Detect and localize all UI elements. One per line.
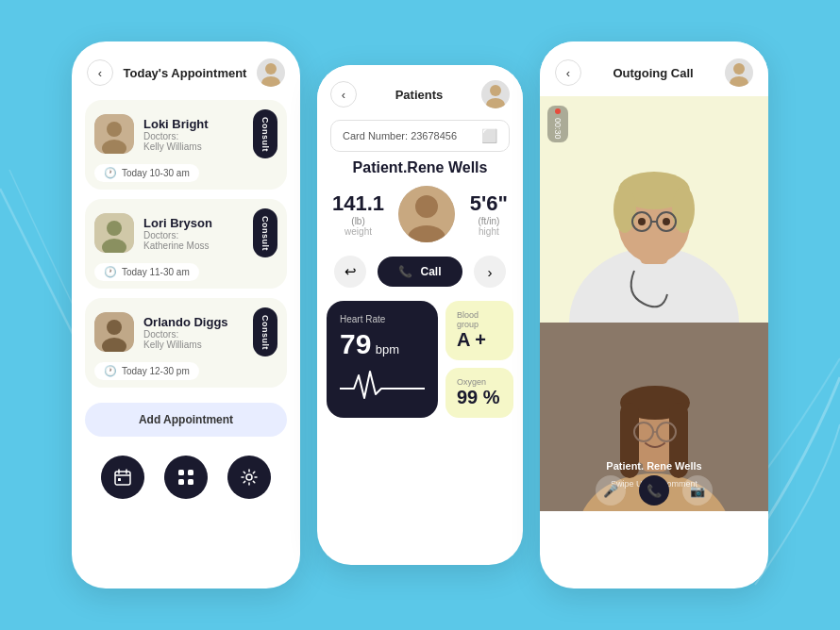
side-health-cards: Blood group A + Oxygen 99 % bbox=[445, 301, 513, 418]
patient-stats-row: 141.1 (lb) weight 5'6" (ft/in) hight bbox=[317, 186, 523, 242]
card-number-text: Card Number: 23678456 bbox=[343, 130, 457, 141]
height-stat: 5'6" (ft/in) hight bbox=[470, 191, 508, 237]
nav-grid-button[interactable] bbox=[164, 456, 208, 499]
heart-wave-svg bbox=[340, 368, 425, 406]
patient-doctor-label-2: Doctors: bbox=[143, 230, 244, 240]
card-icon: ⬜ bbox=[481, 128, 497, 143]
patient-doctor-3: Kelly Williams bbox=[143, 340, 244, 350]
center-phone-title: Patients bbox=[395, 88, 444, 102]
clock-icon-3: 🕐 bbox=[104, 365, 117, 377]
svg-point-6 bbox=[107, 221, 122, 236]
svg-rect-15 bbox=[178, 479, 184, 485]
call-timer: 00:30 bbox=[547, 106, 568, 142]
weight-unit: (lb) bbox=[332, 216, 384, 226]
bottom-navigation bbox=[72, 444, 300, 514]
clock-icon-2: 🕐 bbox=[104, 266, 117, 278]
appointment-time-3: 🕐 Today 12-30 pm bbox=[94, 362, 199, 380]
svg-rect-14 bbox=[188, 470, 193, 475]
appointment-cards: Loki Bright Doctors: Kelly Williams Cons… bbox=[72, 96, 300, 395]
heart-rate-value-display: 79 bpm bbox=[340, 328, 425, 360]
height-value: 5'6" bbox=[470, 191, 508, 216]
mute-button[interactable]: 🎤 bbox=[596, 475, 626, 506]
patient-doctor-label-3: Doctors: bbox=[143, 329, 244, 340]
weight-stat: 141.1 (lb) weight bbox=[332, 191, 384, 237]
patient-avatar-2 bbox=[94, 213, 134, 253]
patient-video-area: Patient. Rene Wells Swipe Up To Comment … bbox=[540, 323, 768, 511]
back-button-center[interactable]: ‹ bbox=[330, 81, 357, 108]
phones-container: ‹ Today's Appointment bbox=[72, 41, 768, 589]
left-phone: ‹ Today's Appointment bbox=[72, 41, 300, 589]
svg-rect-11 bbox=[115, 472, 130, 485]
patient-avatar-3 bbox=[94, 312, 134, 352]
nav-calendar-button[interactable] bbox=[101, 456, 144, 499]
oxygen-value: 99 % bbox=[457, 387, 502, 408]
patient-name-3: Orlando Diggs bbox=[143, 315, 244, 329]
svg-point-19 bbox=[486, 98, 505, 108]
blood-group-card: Blood group A + bbox=[445, 301, 513, 360]
patient-avatar-center bbox=[398, 186, 455, 242]
patient-info-2: Lori Bryson Doctors: Katherine Moss bbox=[143, 216, 244, 251]
appointment-card-3: Orlando Diggs Doctors: Kelly Williams Co… bbox=[85, 298, 287, 388]
patient-name-1: Loki Bright bbox=[143, 117, 244, 131]
patient-name-2: Lori Bryson bbox=[143, 216, 244, 230]
back-button-left[interactable]: ‹ bbox=[87, 59, 113, 86]
heart-rate-card: Heart Rate 79 bpm bbox=[327, 301, 438, 418]
svg-point-17 bbox=[246, 474, 252, 480]
weight-value: 141.1 bbox=[332, 191, 384, 216]
svg-point-1 bbox=[261, 76, 280, 87]
call-label: Call bbox=[420, 265, 441, 278]
end-call-button[interactable]: 📞 bbox=[639, 475, 669, 506]
consult-button-2[interactable]: Consult bbox=[253, 208, 277, 257]
card-number-row: Card Number: 23678456 ⬜ bbox=[330, 120, 510, 152]
svg-point-36 bbox=[663, 218, 670, 225]
appointment-time-1: 🕐 Today 10-30 am bbox=[94, 164, 199, 182]
right-phone: ‹ Outgoing Call 00:30 bbox=[540, 41, 768, 589]
header-avatar-right bbox=[725, 58, 753, 87]
consult-button-3[interactable]: Consult bbox=[253, 307, 277, 356]
oxygen-card: Oxygen 99 % bbox=[445, 368, 513, 418]
camera-button[interactable]: 📷 bbox=[682, 475, 713, 506]
add-appointment-button[interactable]: Add Appointment bbox=[85, 403, 287, 437]
svg-rect-13 bbox=[178, 470, 184, 475]
nav-settings-button[interactable] bbox=[227, 456, 271, 499]
call-row: ↩ 📞 Call › bbox=[317, 250, 523, 293]
health-cards: Heart Rate 79 bpm Blood group A + bbox=[317, 301, 523, 427]
appointment-time-2: 🕐 Today 11-30 am bbox=[94, 263, 199, 281]
patient-info-3: Orlando Diggs Doctors: Kelly Williams bbox=[143, 315, 244, 350]
svg-rect-12 bbox=[118, 478, 121, 481]
height-label: hight bbox=[470, 226, 508, 237]
oxygen-label: Oxygen bbox=[457, 377, 502, 387]
next-button[interactable]: › bbox=[474, 256, 506, 288]
call-button[interactable]: 📞 Call bbox=[378, 257, 462, 287]
weight-label: weight bbox=[332, 226, 384, 237]
appointment-card-2: Lori Bryson Doctors: Katherine Moss Cons… bbox=[85, 199, 287, 289]
patient-avatar-1 bbox=[94, 114, 134, 154]
right-phone-title: Outgoing Call bbox=[613, 66, 693, 80]
doctor-video-area: 00:30 bbox=[540, 96, 768, 323]
patient-info-1: Loki Bright Doctors: Kelly Williams bbox=[143, 117, 244, 152]
svg-point-3 bbox=[107, 122, 122, 137]
patient-overlay-name: Patient. Rene Wells bbox=[540, 460, 768, 472]
svg-point-21 bbox=[415, 195, 438, 218]
blood-group-value: A + bbox=[457, 329, 502, 351]
svg-point-24 bbox=[730, 76, 748, 87]
center-phone: ‹ Patients Card Number: 23678456 ⬜ Patie… bbox=[317, 65, 523, 565]
recording-dot bbox=[555, 108, 561, 114]
left-phone-title: Today's Appointment bbox=[124, 66, 247, 80]
header-avatar-left bbox=[257, 58, 285, 87]
svg-rect-16 bbox=[188, 479, 193, 485]
svg-point-0 bbox=[265, 63, 277, 75]
heart-rate-unit: bpm bbox=[376, 342, 399, 356]
patient-doctor-label-1: Doctors: bbox=[143, 131, 244, 141]
refresh-button[interactable]: ↩ bbox=[334, 256, 366, 288]
consult-button-1[interactable]: Consult bbox=[253, 109, 277, 158]
right-phone-header: ‹ Outgoing Call bbox=[540, 41, 768, 96]
svg-point-35 bbox=[638, 218, 646, 225]
center-phone-header: ‹ Patients bbox=[317, 65, 523, 116]
back-button-right[interactable]: ‹ bbox=[555, 59, 581, 86]
height-unit: (ft/in) bbox=[470, 216, 508, 226]
header-avatar-center bbox=[481, 80, 510, 108]
heart-rate-label: Heart Rate bbox=[340, 314, 425, 324]
patient-doctor-1: Kelly Williams bbox=[143, 141, 244, 152]
phone-icon: 📞 bbox=[398, 265, 412, 278]
